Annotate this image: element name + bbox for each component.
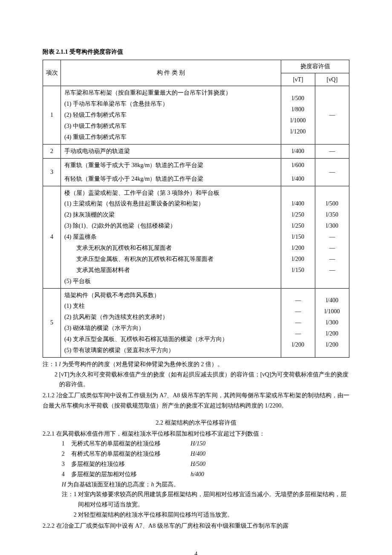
vq-val: —: [318, 110, 346, 121]
cat-line: (5) 平台板: [64, 276, 278, 287]
sub-notes: 注：1 对室内装修要求较高的民用建筑多层框架结构，层间相对位移宜适当减小。无墙壁…: [62, 489, 349, 520]
vq-val: l/400: [318, 295, 346, 306]
cat-line: 有轻轨（重量等于或小于 24kg/m）轨道的工作平台梁: [64, 173, 278, 185]
list-desc: 多层框架的柱顶位移: [71, 459, 190, 469]
section-2-2-title: 2.2 框架结构的水平位移容许值: [43, 418, 349, 428]
vt-val: l/400: [284, 198, 312, 209]
table-row: 3 有重轨（重量等于或大于 38kg/m）轨道的工作平台梁 l/600 —: [43, 158, 349, 172]
vq-val: l/200: [318, 339, 346, 350]
vq-val: l/500: [318, 198, 346, 209]
subnote-label: 注：1: [62, 489, 78, 510]
row-vt: l/500 l/800 l/1000 l/1200: [281, 86, 315, 144]
cat-line: (2) 抗风桁架（作为连续支柱的支承时）: [64, 312, 278, 323]
hdr-category: 构 件 类 别: [61, 60, 281, 86]
cat-line: 手动或电动葫芦的轨道梁: [64, 146, 278, 157]
list-item: 2 有桥式吊车的单层框架的柱顶位移 H/400: [62, 449, 349, 459]
row-index: 3: [43, 158, 61, 186]
note-num: 2: [43, 370, 59, 390]
row-vt: — — — — l/200: [281, 288, 315, 357]
vq-val: l/200: [318, 328, 346, 339]
vq-val: —: [318, 254, 346, 265]
row-category: 吊车梁和吊车桁架（按自重和起重量最大的一台吊车计算挠度） (1) 手动吊车和单梁…: [61, 86, 281, 144]
list-val: h/400: [190, 469, 204, 480]
list-2-2-1: 1 无桥式吊车的单层框架的柱顶位移 H/150 2 有桥式吊车的单层框架的柱顶位…: [62, 439, 349, 479]
row-vq: l/400 l/1000 l/300 l/200 l/200: [315, 288, 349, 357]
para-2-2-2: 2.2.2 在冶金工厂或类似车间中设有 A7、A8 级吊车的厂房柱和设有中级和重…: [43, 521, 349, 531]
list-desc: 多层框架的层加相对位移: [71, 469, 190, 480]
cat-line: (2) 轻级工作制桥式吊车: [64, 110, 278, 121]
hdr-vt: [νT]: [281, 73, 315, 86]
hdr-vq: [νQ]: [315, 73, 349, 86]
vt-val: l/250: [284, 209, 312, 220]
table-row: 4 楼（屋）盖梁或桁架、工作平台梁（第 3 项除外）和平台板 (1) 主梁或桁架…: [43, 186, 349, 288]
cat-line: 有重轨（重量等于或大于 38kg/m）轨道的工作平台梁: [64, 160, 278, 171]
para-2-2-1-lead: 2.2.1 在风荷载标准值作用下，框架柱顶水平位移和层加相对位移不宜超过下列数值…: [43, 429, 349, 439]
cat-line: 支承无积灰的瓦楞铁和石棉瓦屋面者: [64, 243, 278, 254]
vt-val: l/1000: [284, 115, 312, 126]
vq-val: l/300: [318, 220, 346, 231]
list-val: H/500: [190, 459, 205, 469]
list-num: 4: [62, 469, 71, 480]
cat-line: (3) 中级工作制桥式吊车: [64, 121, 278, 132]
row-index: 4: [43, 186, 61, 288]
row-vt: l/600: [281, 158, 315, 172]
vt-val: l/250: [284, 220, 312, 231]
vt-val: l/800: [284, 104, 312, 115]
cat-line: 楼（屋）盖梁或桁架、工作平台梁（第 3 项除外）和平台板: [64, 188, 278, 199]
vt-val: l/200: [284, 254, 312, 265]
row-vt: l/400 l/250 l/250 l/150 l/200 l/200 l/15…: [281, 186, 315, 288]
row-category: 有重轨（重量等于或大于 38kg/m）轨道的工作平台梁: [61, 158, 281, 172]
cat-line: (1) 手动吊车和单梁吊车（含悬挂吊车）: [64, 98, 278, 110]
vt-val: —: [284, 295, 312, 306]
table-notes: 注：1 l l 为受弯构件的跨度（对悬臂梁和伸臂梁为悬伸长度的 2 倍）。为受弯…: [43, 359, 349, 390]
row-category: 手动或电动葫芦的轨道梁: [61, 144, 281, 158]
vt-val: l/150: [284, 231, 312, 243]
list-desc: 无桥式吊车的单层框架的柱顶位移: [71, 439, 190, 449]
cat-line: (3) 除(1)、(2)款外的其他梁（包括楼梯梁）: [64, 220, 278, 231]
table-row: 2 手动或电动葫芦的轨道梁 l/400 —: [43, 144, 349, 158]
vt-val: l/1200: [284, 126, 312, 137]
row-vq: —: [315, 144, 349, 158]
page-number: 4: [43, 549, 349, 555]
deflection-table: 项次 构 件 类 别 挠度容许值 [νT] [νQ] 1 吊车梁和吊车桁架（按自…: [43, 60, 349, 358]
table-row: 5 墙架构件（风荷载不考虑阵风系数） (1) 支柱 (2) 抗风桁架（作为连续支…: [43, 288, 349, 357]
row-vq: l/500 l/350 l/300 — — — —: [315, 186, 349, 288]
row-index: 5: [43, 288, 61, 357]
table-row: 1 吊车梁和吊车桁架（按自重和起重量最大的一台吊车计算挠度） (1) 手动吊车和…: [43, 86, 349, 144]
row-category: 墙架构件（风荷载不考虑阵风系数） (1) 支柱 (2) 抗风桁架（作为连续支柱的…: [61, 288, 281, 357]
vt-val: l/500: [284, 93, 312, 104]
h-definition: H 为自基础顶面至柱顶的总高度；h 为层高。H 为自基础顶面至柱顶的总高度；h …: [62, 480, 349, 490]
list-item: 3 多层框架的柱顶位移 H/500: [62, 459, 349, 469]
vt-val: —: [284, 306, 312, 317]
cat-line: 支承压型金属板、有积灰的瓦楞铁和石棉瓦等屋面者: [64, 254, 278, 265]
para-2-1-2: 2.1.2 冶金工厂或类似车间中设有工作级别为 A7、A8 级吊车的车间，其跨间…: [43, 390, 349, 411]
cat-line: (1) 主梁或桁架（包括设有悬挂起重设备的梁和桁架）: [64, 198, 278, 209]
vt-val: —: [284, 317, 312, 328]
row-index: 2: [43, 144, 61, 158]
note-label: 注：1: [43, 359, 59, 370]
subnote-1: 对室内装修要求较高的民用建筑多层框架结构，层间相对位移宜适当减小。无墙壁的多层框…: [78, 489, 349, 510]
subnote-2: 对轻型框架结构的柱顶水平位移和层间位移均可适当放宽。: [78, 510, 349, 520]
list-val: H/150: [190, 439, 205, 449]
cat-line: 墙架构件（风荷载不考虑阵风系数）: [64, 290, 278, 301]
row-category: 有轻轨（重量等于或小于 24kg/m）轨道的工作平台梁: [61, 172, 281, 186]
list-val: H/400: [190, 449, 205, 459]
row-vt: l/400: [281, 172, 315, 186]
cat-line: (4) 屋盖檩条: [64, 231, 278, 243]
cat-line: (5) 带有玻璃窗的横梁（竖直和水平方向）: [64, 345, 278, 356]
list-item: 1 无桥式吊车的单层框架的柱顶位移 H/150: [62, 439, 349, 449]
cat-line: (1) 支柱: [64, 301, 278, 312]
hdr-item: 项次: [43, 60, 61, 86]
vq-val: —: [318, 265, 346, 276]
vq-val: l/350: [318, 209, 346, 220]
vt-val: l/200: [284, 339, 312, 350]
cat-line: (3) 砌体墙的横梁（水平方向）: [64, 323, 278, 334]
note-2: [νT]为永久和可变荷载标准值产生的挠度（如有起拱应减去拱度）的容许值；[νQ]…: [59, 370, 350, 390]
vt-val: l/200: [284, 243, 312, 254]
row-vt: l/400: [281, 144, 315, 158]
table-title: 附表 2.1.1 受弯构件挠度容许值: [43, 47, 349, 57]
vt-val: l/150: [284, 265, 312, 276]
note-1: l l 为受弯构件的跨度（对悬臂梁和伸臂梁为悬伸长度的 2 倍）。为受弯构件的跨…: [59, 359, 350, 370]
vq-val: l/1000: [318, 306, 346, 317]
subnote-num: 2: [62, 510, 78, 520]
